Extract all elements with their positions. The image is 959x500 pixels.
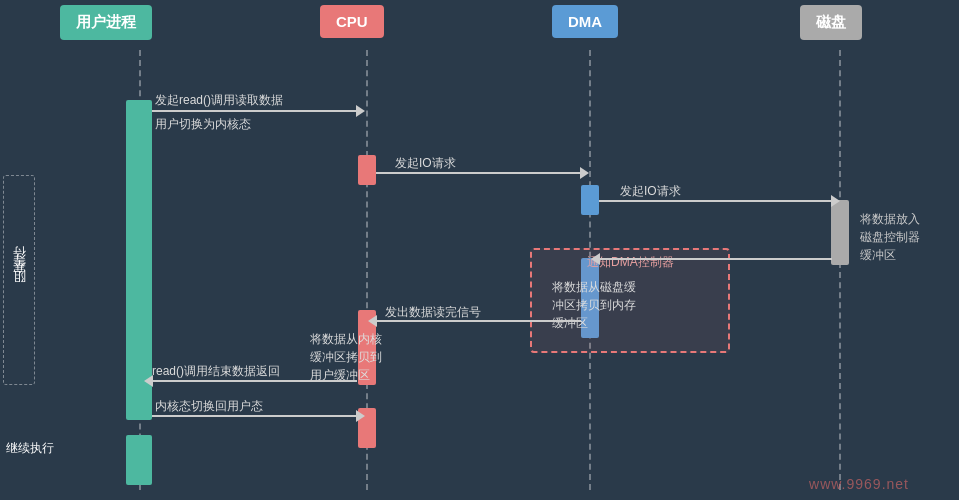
label-read-return: read()调用结束数据返回 — [152, 363, 280, 380]
label-io-request-2: 发起IO请求 — [620, 183, 681, 200]
header-cpu-label: CPU — [336, 13, 368, 30]
header-user-label: 用户进程 — [76, 13, 136, 30]
watermark: www.9969.net — [809, 476, 909, 492]
label-cpu-copy: 将数据从内核 缓冲区拷贝到 用户缓冲区 — [310, 330, 382, 384]
arrow-read-return — [152, 380, 357, 382]
header-dma-label: DMA — [568, 13, 602, 30]
header-user-process: 用户进程 — [60, 5, 152, 40]
diagram-container: 用户进程 CPU DMA 磁盘 通知DMA控制器 将数据从磁盘缓 冲区拷贝到内存… — [0, 0, 959, 500]
blocking-label: 阻 塞 等 待 — [10, 268, 28, 293]
activation-cpu-1 — [358, 155, 376, 185]
header-disk-label: 磁盘 — [816, 13, 846, 30]
lifeline-disk — [839, 50, 841, 490]
arrow-notify-dma — [599, 258, 832, 260]
activation-user-continue — [126, 435, 152, 485]
arrow-io-request-2 — [599, 200, 832, 202]
label-kernel-switch: 内核态切换回用户态 — [155, 398, 263, 415]
arrow-read-call — [152, 110, 357, 112]
arrow-io-request-1 — [376, 172, 581, 174]
label-data-done: 发出数据读完信号 — [385, 304, 481, 321]
label-read-call: 发起read()调用读取数据 — [155, 92, 283, 109]
header-dma: DMA — [552, 5, 618, 38]
dma-region-box: 通知DMA控制器 将数据从磁盘缓 冲区拷贝到内存 缓冲区 — [530, 248, 730, 353]
label-io-request-1: 发起IO请求 — [395, 155, 456, 172]
label-user-switch: 用户切换为内核态 — [155, 116, 251, 133]
dma-copy-label: 将数据从磁盘缓 冲区拷贝到内存 缓冲区 — [552, 278, 636, 332]
header-cpu: CPU — [320, 5, 384, 38]
activation-disk — [831, 200, 849, 265]
continue-label: 继续执行 — [6, 440, 54, 457]
arrow-kernel-switch — [152, 415, 357, 417]
activation-user — [126, 100, 152, 420]
disk-side-label: 将数据放入 磁盘控制器 缓冲区 — [860, 210, 920, 264]
dma-region-title: 通知DMA控制器 — [587, 254, 674, 271]
header-disk: 磁盘 — [800, 5, 862, 40]
activation-dma-1 — [581, 185, 599, 215]
